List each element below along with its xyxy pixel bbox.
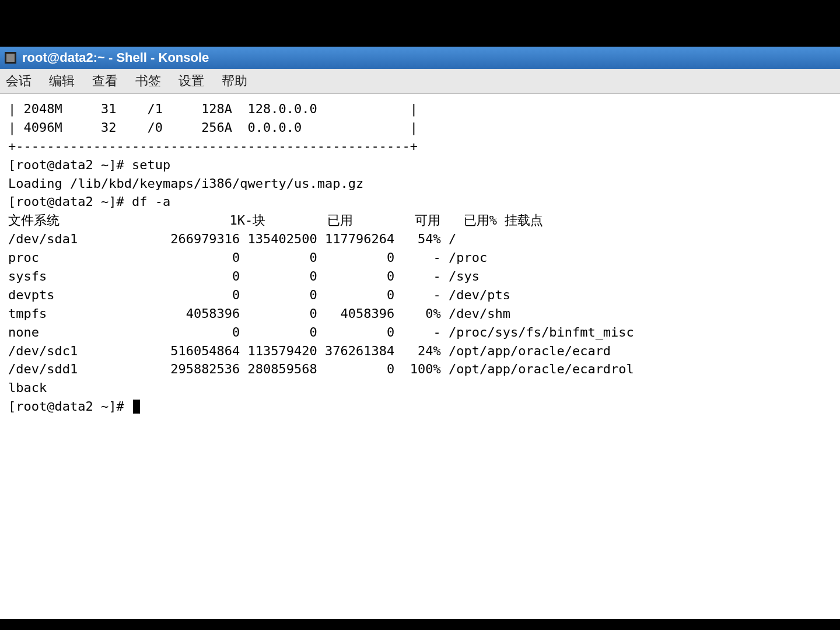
menu-bar: 会话 编辑 查看 书签 设置 帮助 [0, 69, 840, 94]
cursor [133, 400, 140, 414]
menu-settings[interactable]: 设置 [178, 72, 204, 90]
konsole-window: root@data2:~ - Shell - Konsole 会话 编辑 查看 … [0, 47, 840, 619]
menu-bookmarks[interactable]: 书签 [135, 72, 161, 90]
menu-view[interactable]: 查看 [92, 72, 118, 90]
menu-help[interactable]: 帮助 [222, 72, 247, 90]
window-titlebar[interactable]: root@data2:~ - Shell - Konsole [0, 47, 840, 69]
menu-session[interactable]: 会话 [6, 72, 32, 90]
terminal-output[interactable]: | 2048M 31 /1 128A 128.0.0.0 | | 4096M 3… [0, 94, 840, 619]
terminal-icon [5, 52, 16, 64]
window-title: root@data2:~ - Shell - Konsole [22, 50, 209, 65]
menu-edit[interactable]: 编辑 [49, 72, 75, 90]
